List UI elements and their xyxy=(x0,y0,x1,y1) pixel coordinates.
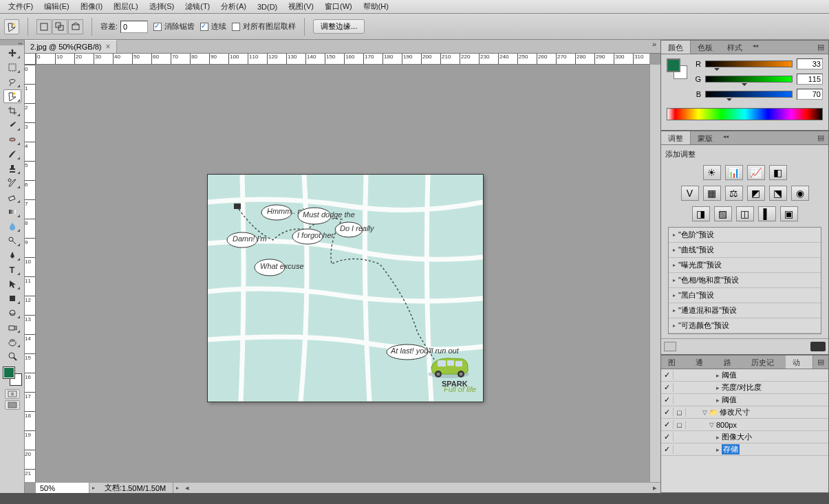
preset-item[interactable]: "曲线"预设 xyxy=(669,243,821,258)
channel-slider[interactable] xyxy=(705,61,793,67)
current-tool-icon[interactable] xyxy=(4,19,19,34)
zoom-level[interactable]: 50% xyxy=(36,483,89,493)
menu-item[interactable]: 文件(F) xyxy=(3,0,39,13)
channel-mixer-icon[interactable]: ◉ xyxy=(791,186,809,201)
menu-item[interactable]: 选择(S) xyxy=(144,0,180,13)
sample-size-group[interactable] xyxy=(36,19,83,34)
spectrum-bar[interactable] xyxy=(667,108,823,120)
menu-item[interactable]: 图层(L) xyxy=(108,0,143,13)
photo-filter-icon[interactable]: ⬔ xyxy=(769,186,787,201)
action-row[interactable]: ✓▸阈值 xyxy=(661,394,828,406)
zoom-menu-icon[interactable]: ▸ xyxy=(89,485,98,491)
channel-value[interactable] xyxy=(797,74,823,85)
magic-wand-tool[interactable] xyxy=(3,89,21,103)
selective-color-icon[interactable]: ▣ xyxy=(780,206,798,221)
color-swatches[interactable] xyxy=(3,367,21,385)
curves-icon[interactable]: 📈 xyxy=(747,165,765,180)
tab-adjustments[interactable]: 调整 xyxy=(661,131,691,144)
action-row[interactable]: ✓▸图像大小 xyxy=(661,431,828,443)
3d-tool[interactable] xyxy=(3,306,21,320)
panel-menu-icon[interactable]: ▤ xyxy=(813,355,828,369)
menu-item[interactable]: 分析(A) xyxy=(215,0,252,13)
return-icon[interactable] xyxy=(664,342,676,351)
channel-value[interactable] xyxy=(797,58,823,69)
action-row[interactable]: ✓□▽📁修改尺寸 xyxy=(661,406,828,419)
preset-item[interactable]: "通道混和器"预设 xyxy=(669,303,821,318)
crop-tool[interactable] xyxy=(3,104,21,118)
panel-color-swatch[interactable] xyxy=(667,58,687,79)
tab-history[interactable]: 历史记录 xyxy=(744,355,786,369)
levels-icon[interactable]: 📊 xyxy=(725,165,743,180)
document-tab[interactable]: 2.jpg @ 50%(RGB/8)× xyxy=(25,40,117,53)
panel-collapse-icon[interactable]: ◂◂ xyxy=(720,131,731,144)
type-tool[interactable]: T xyxy=(3,263,21,276)
threshold-icon[interactable]: ◫ xyxy=(736,206,754,221)
close-tab-icon[interactable]: × xyxy=(106,42,111,52)
quickmask-toggle[interactable] xyxy=(5,389,20,399)
hand-tool[interactable] xyxy=(3,335,21,349)
tab-paths[interactable]: 路径 xyxy=(717,355,744,369)
vibrance-icon[interactable]: V xyxy=(681,186,699,201)
menu-item[interactable]: 窗口(W) xyxy=(319,0,358,13)
panel-menu-icon[interactable]: ▤ xyxy=(813,131,828,144)
dodge-tool[interactable] xyxy=(3,234,21,248)
healing-tool[interactable] xyxy=(3,133,21,146)
channel-slider[interactable] xyxy=(705,76,793,83)
menu-item[interactable]: 滤镜(T) xyxy=(180,0,215,13)
marquee-tool[interactable] xyxy=(3,61,21,74)
tab-overflow-icon[interactable]: » xyxy=(648,40,660,53)
gradient-tool[interactable] xyxy=(3,205,21,219)
pen-tool[interactable] xyxy=(3,248,21,262)
action-row[interactable]: ✓▸阈值 xyxy=(661,369,828,382)
hue-icon[interactable]: ▦ xyxy=(703,186,721,201)
docinfo-menu-icon[interactable]: ▸ xyxy=(173,485,182,491)
menu-item[interactable]: 3D(D) xyxy=(252,1,283,12)
tab-actions[interactable]: 动作 xyxy=(786,355,813,369)
antialias-checkbox[interactable]: 消除锯齿 xyxy=(153,21,195,32)
preset-item[interactable]: "曝光度"预设 xyxy=(669,258,821,273)
brush-tool[interactable] xyxy=(3,147,21,161)
tab-color[interactable]: 颜色 xyxy=(661,41,691,54)
panel-menu-icon[interactable]: ▤ xyxy=(813,41,828,54)
doc-info[interactable]: 文档:1.50M/1.50M xyxy=(98,483,173,493)
action-row[interactable]: ✓▸亮度/对比度 xyxy=(661,382,828,394)
menu-item[interactable]: 图像(I) xyxy=(75,0,108,13)
exposure-icon[interactable]: ◧ xyxy=(769,165,787,180)
move-tool[interactable] xyxy=(3,46,21,60)
tab-masks[interactable]: 蒙版 xyxy=(691,131,720,144)
menu-item[interactable]: 帮助(H) xyxy=(358,0,394,13)
history-brush-tool[interactable] xyxy=(3,176,21,190)
ruler-horizontal[interactable]: 0102030405060708090100110120130140150160… xyxy=(36,54,649,65)
preset-item[interactable]: "色相/饱和度"预设 xyxy=(669,273,821,288)
tab-layers[interactable]: 图层 xyxy=(661,355,689,369)
eyedropper-tool[interactable] xyxy=(3,118,21,132)
blur-tool[interactable] xyxy=(3,219,21,233)
preset-item[interactable]: "可选颜色"预设 xyxy=(669,318,821,333)
toolbox-grip[interactable] xyxy=(0,40,24,45)
ruler-origin[interactable] xyxy=(25,54,36,65)
shape-tool[interactable] xyxy=(3,292,21,305)
scroll-left-icon[interactable]: ◂ xyxy=(182,483,193,493)
scrollbar-vertical[interactable] xyxy=(649,65,660,482)
tolerance-input[interactable] xyxy=(120,21,148,33)
brightness-icon[interactable]: ☀ xyxy=(703,165,721,180)
path-select-tool[interactable] xyxy=(3,277,21,291)
contiguous-checkbox[interactable]: 连续 xyxy=(200,21,226,32)
balance-icon[interactable]: ⚖ xyxy=(725,186,743,201)
bw-icon[interactable]: ◩ xyxy=(747,186,765,201)
canvas-viewport[interactable]: Hmmm.. nice.. Must dodge the Damn! I'm I… xyxy=(36,65,649,482)
tab-styles[interactable]: 样式 xyxy=(720,41,750,54)
preset-item[interactable]: "黑白"预设 xyxy=(669,288,821,303)
eraser-tool[interactable] xyxy=(3,190,21,204)
preset-item[interactable]: "色阶"预设 xyxy=(669,228,821,243)
posterize-icon[interactable]: ▨ xyxy=(714,206,732,221)
trash-icon[interactable] xyxy=(810,342,826,351)
zoom-tool[interactable] xyxy=(3,349,21,363)
gradient-map-icon[interactable]: ▌ xyxy=(758,206,776,221)
ruler-vertical[interactable]: 0123456789101112131415161718192021 xyxy=(25,65,36,482)
action-row[interactable]: ✓▸存储 xyxy=(661,443,828,456)
invert-icon[interactable]: ◨ xyxy=(692,206,710,221)
stamp-tool[interactable] xyxy=(3,162,21,175)
action-row[interactable]: ✓□▽800px xyxy=(661,419,828,431)
channel-slider[interactable] xyxy=(705,91,793,98)
